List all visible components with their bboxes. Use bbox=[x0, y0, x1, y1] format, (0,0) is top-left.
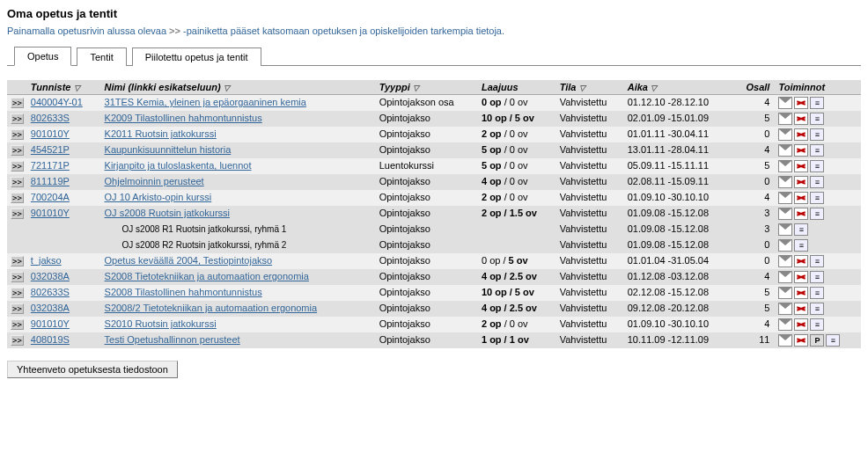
delete-icon[interactable] bbox=[794, 334, 808, 347]
expand-button[interactable]: >> bbox=[11, 335, 24, 346]
document-icon[interactable]: ≡ bbox=[810, 303, 824, 315]
course-name-link[interactable]: OJ s2008 Ruotsin jatkokurssi bbox=[105, 208, 230, 218]
document-icon[interactable]: ≡ bbox=[794, 239, 808, 252]
expand-button[interactable]: >> bbox=[11, 98, 24, 108]
document-icon[interactable]: ≡ bbox=[810, 160, 824, 172]
course-name-link[interactable]: Opetus keväällä 2004, Testiopintojakso bbox=[105, 255, 273, 266]
p-icon[interactable]: P bbox=[810, 334, 824, 347]
expand-button[interactable]: >> bbox=[11, 319, 24, 330]
course-name-link[interactable]: Kaupunkisuunnittelun historia bbox=[105, 144, 232, 155]
delete-icon[interactable] bbox=[794, 176, 808, 188]
expand-button[interactable]: >> bbox=[11, 272, 24, 282]
col-tila[interactable]: Tila ▽ bbox=[556, 80, 624, 95]
course-name-link[interactable]: S2010 Ruotsin jatkokurssi bbox=[105, 318, 217, 329]
course-id-link[interactable]: t_jakso bbox=[31, 255, 62, 266]
document-icon[interactable]: ≡ bbox=[810, 192, 824, 204]
course-id-link[interactable]: 040004Y-01 bbox=[31, 97, 83, 107]
delete-icon[interactable] bbox=[794, 128, 808, 141]
course-id-link[interactable]: 700204A bbox=[31, 192, 70, 202]
document-icon[interactable]: ≡ bbox=[810, 208, 824, 220]
mail-icon[interactable] bbox=[778, 176, 792, 188]
course-name-link[interactable]: Ohjelmoinnin perusteet bbox=[105, 176, 204, 186]
document-icon[interactable]: ≡ bbox=[810, 128, 824, 141]
mail-icon[interactable] bbox=[778, 287, 792, 299]
course-id-link[interactable]: 802633S bbox=[31, 113, 70, 123]
course-id-link[interactable]: 721171P bbox=[31, 160, 70, 171]
delete-icon[interactable] bbox=[794, 144, 808, 157]
expand-button[interactable]: >> bbox=[11, 161, 24, 172]
delete-icon[interactable] bbox=[794, 287, 808, 299]
tab-opetus[interactable]: Opetus bbox=[14, 47, 71, 66]
course-id-link[interactable]: 408019S bbox=[31, 334, 70, 345]
mail-icon[interactable] bbox=[778, 303, 792, 315]
course-id-link[interactable]: 901010Y bbox=[31, 128, 70, 139]
course-id-link[interactable]: 454521P bbox=[31, 144, 70, 155]
document-icon[interactable]: ≡ bbox=[810, 97, 824, 109]
course-name-link[interactable]: K2011 Ruotsin jatkokurssi bbox=[105, 128, 217, 139]
mail-icon[interactable] bbox=[778, 192, 792, 204]
col-aika[interactable]: Aika ▽ bbox=[624, 80, 735, 95]
document-icon[interactable]: ≡ bbox=[794, 223, 808, 236]
expand-button[interactable]: >> bbox=[11, 177, 24, 187]
document-icon[interactable]: ≡ bbox=[810, 176, 824, 188]
col-nimi[interactable]: Nimi (linkki esikatseluun) ▽ bbox=[101, 80, 376, 95]
delete-icon[interactable] bbox=[794, 192, 808, 204]
document-icon[interactable]: ≡ bbox=[810, 113, 824, 125]
mail-icon[interactable] bbox=[778, 239, 792, 252]
course-id-link[interactable]: 901010Y bbox=[31, 208, 70, 218]
mail-icon[interactable] bbox=[778, 223, 792, 236]
course-id-link[interactable]: 811119P bbox=[31, 176, 70, 186]
course-name-link[interactable]: OJ 10 Arkisto-opin kurssi bbox=[105, 192, 212, 202]
col-tunniste[interactable]: Tunniste ▽ bbox=[27, 80, 101, 95]
document-icon[interactable]: ≡ bbox=[810, 144, 824, 157]
expand-button[interactable]: >> bbox=[11, 303, 24, 314]
mail-icon[interactable] bbox=[778, 334, 792, 347]
document-icon[interactable]: ≡ bbox=[810, 318, 824, 331]
expand-button[interactable]: >> bbox=[11, 256, 24, 267]
course-name-link[interactable]: K2009 Tilastollinen hahmontunnistus bbox=[105, 113, 262, 123]
expand-button[interactable]: >> bbox=[11, 113, 24, 124]
delete-icon[interactable] bbox=[794, 271, 808, 283]
delete-icon[interactable] bbox=[794, 255, 808, 267]
delete-icon[interactable] bbox=[794, 160, 808, 172]
mail-icon[interactable] bbox=[778, 128, 792, 141]
mail-icon[interactable] bbox=[778, 318, 792, 331]
course-name-link[interactable]: Kirjanpito ja tuloslaskenta, luennot bbox=[105, 160, 252, 171]
expand-button[interactable]: >> bbox=[11, 145, 24, 156]
course-id-link[interactable]: 032038A bbox=[31, 303, 70, 313]
course-name-link[interactable]: S2008 Tietotekniikan ja automaation ergo… bbox=[105, 271, 309, 281]
delete-icon[interactable] bbox=[794, 303, 808, 315]
participant-count: 0 bbox=[734, 174, 775, 190]
mail-icon[interactable] bbox=[778, 144, 792, 157]
course-id-link[interactable]: 802633S bbox=[31, 287, 70, 297]
course-id-link[interactable]: 032038A bbox=[31, 271, 70, 281]
mail-icon[interactable] bbox=[778, 97, 792, 109]
course-name-link[interactable]: S2008/2 Tietotekniikan ja automaation er… bbox=[105, 303, 318, 313]
expand-button[interactable]: >> bbox=[11, 208, 24, 219]
delete-icon[interactable] bbox=[794, 208, 808, 220]
course-id-link[interactable]: 901010Y bbox=[31, 318, 70, 329]
mail-icon[interactable] bbox=[778, 208, 792, 220]
course-name-link[interactable]: S2008 Tilastollinen hahmontunnistus bbox=[105, 287, 262, 297]
course-name-link[interactable]: 31TES Kemia, yleinen ja epäorgaaninen ke… bbox=[105, 97, 306, 107]
document-icon[interactable]: ≡ bbox=[810, 287, 824, 299]
mail-icon[interactable] bbox=[778, 271, 792, 283]
participant-count: 5 bbox=[734, 285, 775, 301]
document-icon[interactable]: ≡ bbox=[810, 255, 824, 267]
tab-tentit[interactable]: Tentit bbox=[77, 47, 126, 66]
col-tyyppi[interactable]: Tyyppi ▽ bbox=[376, 80, 478, 95]
course-name-link[interactable]: Testi Opetushallinnon perusteet bbox=[105, 334, 240, 345]
tab-piilotettu[interactable]: Piilotettu opetus ja tentit bbox=[132, 47, 261, 66]
mail-icon[interactable] bbox=[778, 255, 792, 267]
delete-icon[interactable] bbox=[794, 318, 808, 331]
export-button[interactable]: Yhteenveto opetuksesta tiedostoon bbox=[7, 361, 178, 378]
document-icon[interactable]: ≡ bbox=[810, 271, 824, 283]
document-icon[interactable]: ≡ bbox=[826, 334, 840, 347]
expand-button[interactable]: >> bbox=[11, 193, 24, 203]
expand-button[interactable]: >> bbox=[11, 288, 24, 298]
delete-icon[interactable] bbox=[794, 113, 808, 125]
expand-button[interactable]: >> bbox=[11, 129, 24, 140]
delete-icon[interactable] bbox=[794, 97, 808, 109]
mail-icon[interactable] bbox=[778, 113, 792, 125]
mail-icon[interactable] bbox=[778, 160, 792, 172]
